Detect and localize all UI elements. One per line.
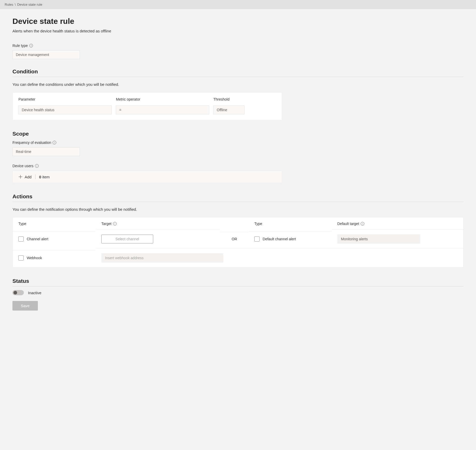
channel-alert-label: Channel alert xyxy=(27,237,48,241)
webhook-input-cell xyxy=(96,248,463,267)
status-title: Status xyxy=(12,278,464,284)
default-target-cell: Monitoring alerts xyxy=(332,229,463,248)
breadcrumb-parent-link[interactable]: Rules xyxy=(5,3,13,6)
webhook-cell: Webhook xyxy=(13,250,96,265)
toggle-knob xyxy=(13,291,17,294)
rule-type-label: Rule type i xyxy=(12,44,464,48)
breadcrumb-current: Device state rule xyxy=(17,3,42,6)
webhook-label: Webhook xyxy=(27,256,42,260)
condition-card: Parameter Metric operator Threshold Devi… xyxy=(12,92,282,120)
device-users-label-text: Device users xyxy=(12,164,33,168)
item-count-number: 0 xyxy=(39,175,41,179)
condition-header-threshold: Threshold xyxy=(213,97,276,101)
breadcrumb-separator: \ xyxy=(15,3,16,6)
actions-description: You can define the notification options … xyxy=(12,207,464,212)
condition-header-operator: Metric operator xyxy=(116,97,209,101)
select-channel-cell: Select channel xyxy=(96,230,220,248)
webhook-input[interactable] xyxy=(101,253,223,263)
item-count-label: item xyxy=(42,175,50,179)
add-button-label: Add xyxy=(25,175,32,179)
actions-header-target-text: Target xyxy=(101,222,111,226)
channel-alert-checkbox[interactable] xyxy=(18,236,24,242)
channel-alert-cell: Channel alert xyxy=(13,231,96,246)
save-button[interactable]: Save xyxy=(12,301,38,311)
device-users-bar: Add 0 item xyxy=(12,171,282,183)
breadcrumb: Rules \ Device state rule xyxy=(0,0,476,9)
default-channel-alert-checkbox[interactable] xyxy=(254,236,260,242)
webhook-checkbox[interactable] xyxy=(18,255,24,261)
frequency-label-text: Frequency of evaluation xyxy=(12,140,51,145)
status-label: Inactive xyxy=(28,291,41,295)
actions-header-default-target-text: Default target xyxy=(337,222,359,226)
info-icon[interactable]: i xyxy=(29,44,33,47)
status-toggle[interactable] xyxy=(12,290,24,295)
frequency-label: Frequency of evaluation i xyxy=(12,140,464,145)
actions-header-type-1: Type xyxy=(13,217,96,229)
divider xyxy=(12,286,464,286)
rule-type-label-text: Rule type xyxy=(12,44,28,48)
default-channel-alert-cell: Default channel alert xyxy=(249,231,332,246)
condition-description: You can define the conditions under whic… xyxy=(12,82,464,87)
page-title: Device state rule xyxy=(12,17,464,26)
actions-card: Type Target i Type Default target i Chan… xyxy=(12,217,464,268)
divider xyxy=(12,202,464,202)
default-channel-alert-label: Default channel alert xyxy=(263,237,296,241)
default-target-value: Monitoring alerts xyxy=(337,234,420,244)
info-icon[interactable]: i xyxy=(35,164,39,168)
item-count: 0 item xyxy=(39,175,50,179)
info-icon[interactable]: i xyxy=(53,141,56,144)
or-label: OR xyxy=(226,237,243,241)
condition-operator-value: = xyxy=(116,106,209,114)
actions-header-spacer xyxy=(220,220,249,227)
device-users-label: Device users i xyxy=(12,164,464,168)
condition-threshold-value: Offline xyxy=(213,106,244,114)
select-channel-button[interactable]: Select channel xyxy=(101,235,153,243)
add-button[interactable]: Add xyxy=(18,175,32,179)
actions-header-target: Target i xyxy=(96,217,220,229)
info-icon[interactable]: i xyxy=(113,222,117,226)
divider xyxy=(35,174,36,179)
divider xyxy=(12,77,464,77)
condition-header-parameter: Parameter xyxy=(18,97,112,101)
condition-title: Condition xyxy=(12,68,464,75)
actions-title: Actions xyxy=(12,193,464,200)
scope-title: Scope xyxy=(12,131,464,137)
page-description: Alerts when the device health status is … xyxy=(12,29,464,33)
frequency-value: Real-time xyxy=(12,147,80,156)
condition-parameter-value: Device health status xyxy=(18,106,112,114)
or-cell: OR xyxy=(220,232,249,246)
rule-type-value: Device management xyxy=(12,50,80,59)
actions-header-type-2: Type xyxy=(249,217,332,229)
info-icon[interactable]: i xyxy=(361,222,364,226)
plus-icon xyxy=(18,175,23,179)
actions-header-default-target: Default target i xyxy=(332,217,463,229)
